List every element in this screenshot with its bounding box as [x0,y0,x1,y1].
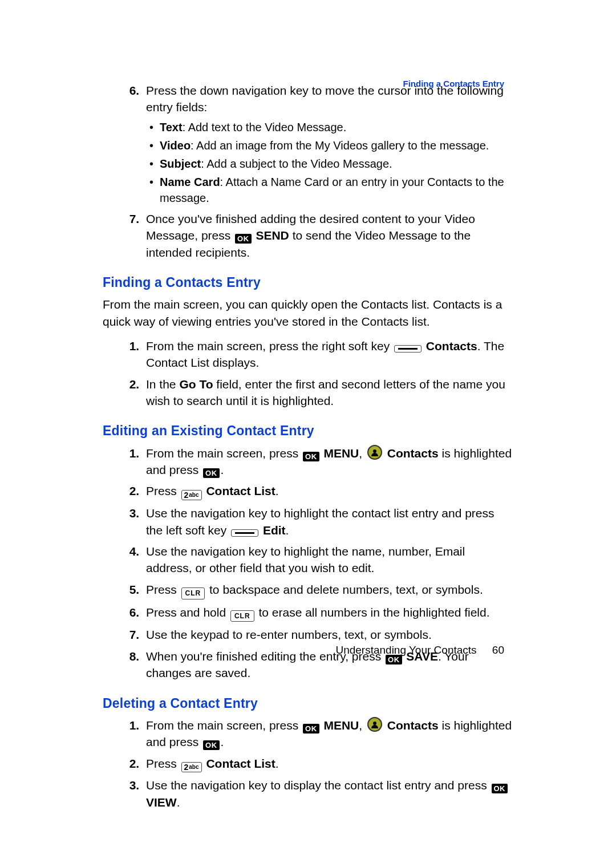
deleting-s2-a: Press [146,757,180,770]
soft-key-icon [231,529,258,537]
deleting-s1-menu: MENU [323,719,359,732]
running-head: Finding a Contacts Entry [403,79,504,88]
finding-s1-contacts: Contacts [426,339,477,352]
ok-key-icon: OK [303,724,319,734]
editing-s5-b: to backspace and delete numbers, text, o… [209,583,483,596]
ok-key-icon: OK [203,468,220,478]
editing-s7-text: Use the keypad to re-enter numbers, text… [146,628,432,641]
bullet-text: Text: Add text to the Video Message. [160,119,513,135]
bullet-subject-label: Subject [160,157,201,170]
editing-step-7: Use the keypad to re-enter numbers, text… [143,626,513,643]
editing-step-3: Use the navigation key to highlight the … [143,505,513,538]
editing-s3-a: Use the navigation key to highlight the … [146,506,495,536]
deleting-s3-view: VIEW [146,796,177,809]
editing-step-1: From the main screen, press OK MENU, Con… [143,445,513,479]
bullet-video: Video: Add an image from the My Videos g… [160,137,513,153]
deleting-s1-a: From the main screen, press [146,719,302,732]
ok-key-icon: OK [203,740,220,750]
finding-s1-a: From the main screen, press the right so… [146,339,393,352]
bullet-video-rest: : Add an image from the My Videos galler… [191,139,489,152]
manual-page: Finding a Contacts Entry Press the down … [0,0,616,851]
step-6: Press the down navigation key to move th… [143,82,513,206]
bullet-text-label: Text [160,121,183,133]
editing-s3-edit: Edit [263,524,286,537]
bullet-subject: Subject: Add a subject to the Video Mess… [160,156,513,172]
video-message-steps-cont: Press the down navigation key to move th… [103,82,513,261]
editing-s2-a: Press [146,484,180,497]
deleting-s1-contacts: Contacts [387,719,439,732]
editing-s2-cl: Contact List [206,484,275,497]
bullet-subject-rest: : Add a subject to the Video Message. [201,157,392,170]
contacts-app-icon [367,717,382,732]
footer-page-number: 60 [492,644,504,656]
finding-intro: From the main screen, you can quickly op… [103,296,513,330]
editing-s1-d: . [221,463,224,476]
step-7-send: SEND [256,229,289,242]
deleting-s3-a: Use the navigation key to display the co… [146,779,491,792]
finding-s2-goto: Go To [179,378,213,391]
two-abc-key-icon: 2abc [181,490,202,500]
editing-s6-a: Press and hold [146,606,229,619]
editing-s6-b: to erase all numbers in the highlighted … [258,606,489,619]
bullet-namecard-label: Name Card [160,176,220,188]
heading-finding: Finding a Contacts Entry [103,273,513,291]
bullet-namecard: Name Card: Attach a Name Card or an entr… [160,174,513,206]
deleting-s3-b: . [177,796,180,809]
editing-s3-b: . [286,524,289,537]
footer-chapter: Understanding Your Contacts [335,644,476,656]
editing-step-5: Press CLR to backspace and delete number… [143,581,513,599]
deleting-steps: From the main screen, press OK MENU, Con… [103,717,513,811]
deleting-s1-d: . [221,735,224,748]
editing-s1-contacts: Contacts [387,447,439,460]
page-content: Press the down navigation key to move th… [103,82,513,811]
deleting-s1-b: , [359,719,366,732]
deleting-s2-b: . [275,757,279,770]
heading-editing: Editing an Existing Contact Entry [103,422,513,440]
clr-key-icon: CLR [230,610,254,622]
contacts-app-icon [367,445,382,460]
ok-key-icon: OK [303,452,319,461]
svg-point-0 [373,449,376,453]
bullet-text-rest: : Add text to the Video Message. [183,121,347,133]
editing-s1-a: From the main screen, press [146,447,302,460]
deleting-step-1: From the main screen, press OK MENU, Con… [143,717,513,751]
page-footer: Understanding Your Contacts 60 [335,644,504,657]
finding-s2-a: In the [146,378,179,391]
entry-field-bullets: Text: Add text to the Video Message. Vid… [146,119,513,206]
editing-s1-menu: MENU [323,447,359,460]
soft-key-icon [394,345,422,352]
two-abc-key-icon: 2abc [181,762,202,772]
bullet-video-label: Video [160,139,191,152]
editing-s2-b: . [275,484,279,497]
editing-s4-text: Use the navigation key to highlight the … [146,545,465,574]
deleting-s2-cl: Contact List [206,757,275,770]
finding-steps: From the main screen, press the right so… [103,338,513,410]
heading-deleting: Deleting a Contact Entry [103,694,513,712]
deleting-step-3: Use the navigation key to display the co… [143,777,513,811]
editing-s1-b: , [359,447,366,460]
step-7: Once you've finished adding the desired … [143,210,513,261]
svg-point-1 [373,722,376,725]
editing-step-2: Press 2abc Contact List. [143,483,513,500]
finding-step-2: In the Go To field, enter the first and … [143,376,513,410]
ok-key-icon: OK [492,784,508,793]
editing-s5-a: Press [146,583,180,596]
ok-key-icon: OK [235,234,252,244]
deleting-step-2: Press 2abc Contact List. [143,755,513,773]
editing-step-6: Press and hold CLR to erase all numbers … [143,604,513,622]
finding-step-1: From the main screen, press the right so… [143,338,513,371]
clr-key-icon: CLR [181,587,205,599]
editing-step-4: Use the navigation key to highlight the … [143,543,513,577]
